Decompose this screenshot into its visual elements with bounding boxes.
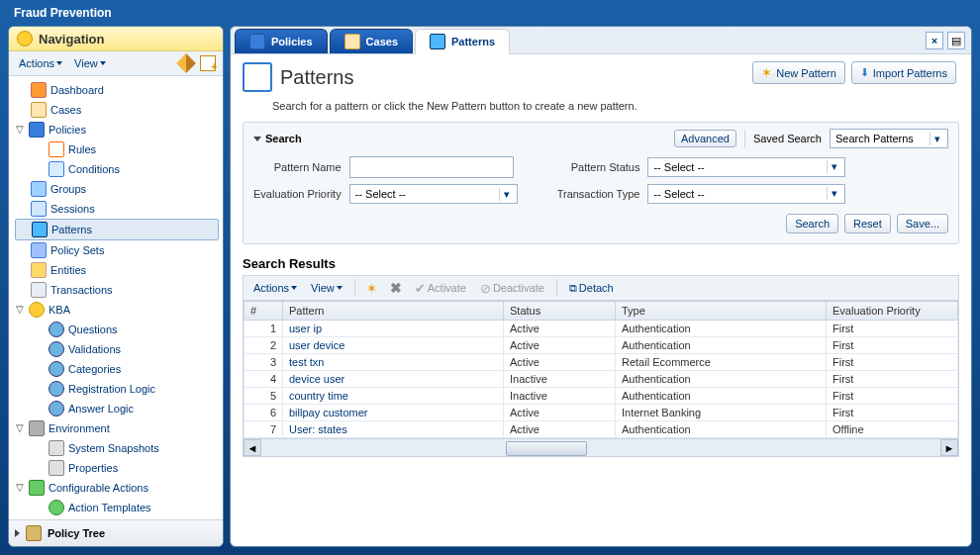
nav-item-policies[interactable]: ▽Policies — [9, 120, 223, 139]
new-file-icon[interactable] — [199, 54, 217, 72]
cell-status: Active — [504, 354, 616, 371]
tab-patterns[interactable]: Patterns — [415, 29, 510, 54]
scroll-track[interactable] — [261, 440, 940, 455]
col-status[interactable]: Status — [504, 302, 616, 321]
nav-item-sessions[interactable]: Sessions — [9, 199, 223, 219]
tab-list-button[interactable]: ▤ — [947, 32, 965, 49]
nav-item-snapshots[interactable]: System Snapshots — [9, 438, 223, 458]
expand-toggle-icon[interactable]: ▽ — [15, 305, 25, 315]
detach-button[interactable]: ⧉Detach — [565, 281, 618, 296]
cell-pattern[interactable]: country time — [283, 388, 504, 405]
disclosure-icon[interactable] — [253, 137, 261, 141]
nav-item-registration-logic[interactable]: Registration Logic — [9, 379, 223, 399]
nav-item-action-templates[interactable]: Action Templates — [9, 498, 223, 517]
patterns-icon — [32, 222, 48, 237]
nav-item-patterns[interactable]: Patterns — [15, 219, 219, 240]
expand-toggle-icon[interactable]: ▽ — [15, 423, 25, 433]
scroll-right-button[interactable]: ► — [940, 439, 958, 456]
cell-pattern[interactable]: user device — [283, 337, 504, 354]
pattern-status-select[interactable]: -- Select --▾ — [647, 157, 845, 177]
pattern-status-label: Pattern Status — [557, 161, 640, 173]
transaction-type-select[interactable]: -- Select --▾ — [647, 184, 845, 204]
tab-cases[interactable]: Cases — [330, 29, 413, 53]
cell-priority: First — [827, 321, 958, 337]
tab-close-button[interactable]: × — [926, 32, 943, 49]
new-row-button[interactable]: ✶ — [363, 279, 381, 297]
nav-item-environment[interactable]: ▽Environment — [9, 418, 223, 438]
cell-num: 4 — [245, 371, 283, 388]
nav-item-categories[interactable]: Categories — [9, 359, 223, 379]
import-patterns-button[interactable]: ⬇Import Patterns — [851, 61, 956, 84]
tabstrip: Policies Cases Patterns × ▤ — [231, 27, 971, 54]
advanced-button[interactable]: Advanced — [674, 130, 736, 147]
nav-item-dashboard[interactable]: Dashboard — [9, 80, 223, 100]
col-type[interactable]: Type — [616, 302, 827, 321]
col-num[interactable]: # — [245, 302, 283, 321]
nav-item-kba[interactable]: ▽KBA — [9, 300, 223, 320]
evaluation-priority-select[interactable]: -- Select --▾ — [349, 184, 518, 204]
nav-actions-label: Actions — [19, 57, 54, 69]
detach-icon: ⧉ — [569, 282, 577, 295]
results-actions-menu[interactable]: Actions — [249, 281, 301, 295]
chevron-down-icon — [337, 286, 343, 290]
table-row[interactable]: 1user ipActiveAuthenticationFirst — [245, 321, 958, 337]
activate-button[interactable]: ✔Activate — [411, 280, 470, 297]
nav-item-answer-logic[interactable]: Answer Logic — [9, 399, 223, 418]
cell-pattern[interactable]: test txn — [283, 354, 504, 371]
reset-button[interactable]: Reset — [844, 214, 891, 233]
questions-icon — [49, 322, 64, 337]
nav-item-entities[interactable]: Entities — [9, 260, 223, 280]
page-actions: ✶New Pattern ⬇Import Patterns — [752, 61, 956, 84]
scroll-thumb[interactable] — [506, 441, 587, 456]
save-search-button[interactable]: Save... — [897, 214, 948, 233]
horizontal-scrollbar[interactable]: ◄ ► — [243, 439, 959, 457]
tab-policies[interactable]: Policies — [235, 29, 328, 53]
deactivate-button[interactable]: ⊘Deactivate — [476, 280, 548, 297]
pattern-name-input[interactable] — [349, 156, 514, 178]
cell-pattern[interactable]: device user — [283, 371, 504, 388]
transaction-type-label: Transaction Type — [557, 188, 640, 200]
expand-toggle-icon[interactable]: ▽ — [15, 125, 25, 135]
results-view-menu[interactable]: View — [307, 281, 346, 295]
nav-item-configurable-actions[interactable]: ▽Configurable Actions — [9, 478, 223, 498]
col-pattern[interactable]: Pattern — [283, 302, 504, 321]
cell-pattern[interactable]: user ip — [283, 321, 504, 337]
edit-icon[interactable] — [177, 54, 195, 72]
cell-priority: First — [827, 354, 958, 371]
table-row[interactable]: 7User: statesActiveAuthenticationOffline — [245, 421, 958, 438]
delete-row-button[interactable]: ✖ — [387, 279, 405, 297]
nav-item-validations[interactable]: Validations — [9, 339, 223, 359]
saved-search-select[interactable]: Search Patterns ▾ — [830, 129, 948, 148]
search-button[interactable]: Search — [786, 214, 838, 233]
cell-status: Active — [504, 321, 616, 337]
nav-item-properties[interactable]: Properties — [9, 458, 223, 478]
nav-item-cases[interactable]: Cases — [9, 100, 223, 120]
new-pattern-button[interactable]: ✶New Pattern — [752, 61, 845, 84]
col-priority[interactable]: Evaluation Priority — [827, 302, 958, 321]
nav-view-menu[interactable]: View — [70, 56, 110, 70]
nav-item-transactions[interactable]: Transactions — [9, 280, 223, 300]
nav-item-rules[interactable]: Rules — [9, 139, 223, 159]
cell-pattern[interactable]: billpay customer — [283, 405, 504, 421]
star-icon: ✶ — [761, 65, 772, 80]
table-row[interactable]: 6billpay customerActiveInternet BankingF… — [245, 405, 958, 421]
table-row[interactable]: 4device userInactiveAuthenticationFirst — [245, 371, 958, 388]
nav-item-groups[interactable]: Groups — [9, 179, 223, 199]
table-row[interactable]: 3test txnActiveRetail EcommerceFirst — [245, 354, 958, 371]
nav-item-conditions[interactable]: Conditions — [9, 159, 223, 179]
table-row[interactable]: 5country timeInactiveAuthenticationFirst — [245, 388, 958, 405]
expand-toggle-icon[interactable]: ▽ — [15, 483, 25, 493]
properties-icon — [49, 460, 64, 476]
page-content: Patterns ✶New Pattern ⬇Import Patterns S… — [231, 54, 971, 546]
table-row[interactable]: 2user deviceActiveAuthenticationFirst — [245, 337, 958, 354]
scroll-left-button[interactable]: ◄ — [244, 439, 261, 456]
nav-item-policy-sets[interactable]: Policy Sets — [9, 240, 223, 260]
nav-tree: Dashboard Cases ▽Policies Rules Conditio… — [9, 76, 223, 519]
cell-pattern[interactable]: User: states — [283, 421, 504, 438]
cell-status: Inactive — [504, 371, 616, 388]
results-title: Search Results — [243, 256, 959, 271]
nav-item-questions[interactable]: Questions — [9, 320, 223, 339]
nav-actions-menu[interactable]: Actions — [15, 56, 66, 70]
policy-tree-panel[interactable]: Policy Tree — [9, 519, 223, 546]
cfg-actions-icon — [29, 480, 45, 496]
